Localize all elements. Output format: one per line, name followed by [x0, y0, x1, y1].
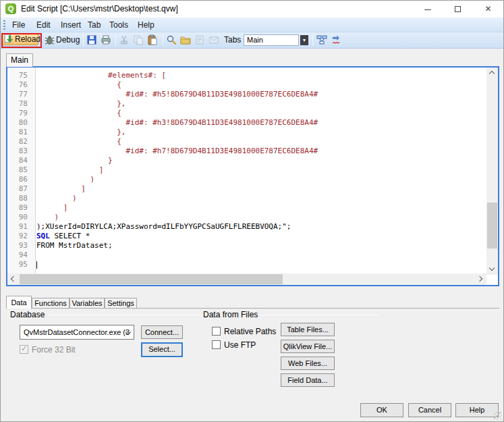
tab-settings[interactable]: Settings [105, 298, 137, 309]
chevron-up-icon [489, 71, 495, 76]
paste-clipboard-icon [147, 34, 158, 45]
paste-button[interactable] [147, 34, 159, 46]
horizontal-scroll-thumb[interactable] [20, 274, 283, 284]
maximize-button[interactable] [443, 1, 473, 18]
tab-selector-value: Main [247, 36, 263, 44]
insert-script-file-button[interactable] [194, 34, 206, 46]
web-files-button[interactable]: Web Files... [281, 357, 335, 370]
copy-icon [133, 34, 144, 45]
code-line: 91);XUserId=DIRYLCA;XPassword=dILFbYYGPC… [7, 222, 498, 232]
print-button[interactable] [101, 34, 112, 46]
code-lines: 75 #elements#: [76 {77 #id#: #h5!8D679D4… [7, 71, 498, 269]
tab-selector-combobox[interactable]: Main [244, 34, 299, 46]
code-line: 78 }, [7, 99, 498, 109]
scroll-left-button[interactable] [7, 273, 19, 285]
close-icon: ✕ [484, 4, 491, 14]
open-script-button[interactable] [180, 34, 192, 46]
force-32-bit-checkbox[interactable] [20, 345, 28, 354]
find-button[interactable] [166, 34, 177, 46]
export-script-button[interactable] [208, 34, 220, 46]
minimize-icon [424, 9, 431, 10]
search-icon [166, 34, 177, 45]
database-group-label: Database [9, 310, 46, 319]
menu-file[interactable]: File [6, 18, 31, 32]
connector-combobox[interactable]: QvMstrDatasetConnector.exe (3 [20, 325, 134, 340]
tab-data[interactable]: Data [6, 296, 32, 309]
code-line: 94 [7, 250, 498, 260]
connect-button[interactable]: Connect... [141, 325, 183, 339]
horizontal-scrollbar[interactable] [7, 273, 486, 285]
code-line: 80 #id#: #h3!8D679D4B11D3E4981000E787EC6… [7, 118, 498, 128]
script-tab-main[interactable]: Main [6, 53, 33, 67]
code-line: 82 { [7, 137, 498, 147]
code-line: 89 ] [7, 203, 498, 213]
scroll-up-button[interactable] [486, 68, 498, 79]
data-from-files-group-line [258, 315, 379, 315]
script-editor[interactable]: 75 #elements#: [76 {77 #id#: #h5!8D679D4… [6, 66, 499, 286]
toolbar: Reload Debug [1, 32, 503, 49]
resize-grip[interactable] [494, 412, 502, 420]
select-button[interactable]: Select... [141, 342, 183, 357]
tabstrip-baseline [6, 308, 499, 309]
chevron-right-icon [477, 276, 482, 282]
chevron-down-icon [489, 265, 495, 271]
toolbar-separator [83, 34, 84, 46]
data-from-files-group-label: Data from Files [202, 310, 259, 319]
tab-functions[interactable]: Functions [32, 298, 69, 309]
use-ftp-label: Use FTP [224, 340, 256, 350]
toolbar-separator [312, 34, 313, 46]
ok-button[interactable]: OK [360, 403, 403, 417]
code-line: 77 #id#: #h5!8D679D4B11D3E4981000E787EC6… [7, 90, 498, 99]
edit-script-window: Q Edit Script [C:\Users\mstr\Desktop\tes… [0, 0, 504, 422]
menu-edit[interactable]: Edit [30, 18, 57, 32]
reload-highlight-annotation [1, 33, 42, 48]
cancel-button[interactable]: Cancel [408, 403, 451, 417]
menu-tools[interactable]: Tools [103, 18, 134, 32]
relative-paths-checkbox[interactable] [212, 327, 221, 336]
tab-variables[interactable]: Variables [69, 298, 105, 309]
menubar-grip[interactable] [3, 20, 5, 30]
syntax-check-button[interactable] [331, 34, 342, 46]
printer-icon [101, 34, 111, 45]
code-line: 85 ] [7, 165, 498, 175]
save-button[interactable] [86, 34, 98, 46]
scroll-down-button[interactable] [486, 263, 498, 275]
code-line: 79 { [7, 109, 498, 118]
code-line: 81 }, [7, 128, 498, 137]
cut-scissors-icon [119, 34, 130, 45]
close-button[interactable]: ✕ [473, 1, 503, 18]
table-viewer-icon [316, 34, 327, 45]
use-ftp-checkbox[interactable] [212, 340, 221, 349]
tab-selector-dropdown-button[interactable]: ▼ [300, 35, 308, 45]
field-data-button[interactable]: Field Data... [281, 373, 335, 387]
table-files-button[interactable]: Table Files... [281, 323, 335, 336]
code-line: 76 { [7, 80, 498, 90]
table-viewer-button[interactable] [316, 34, 328, 46]
code-line: 95 [7, 260, 498, 269]
save-floppy-icon [86, 34, 97, 45]
menu-help[interactable]: Help [132, 18, 161, 32]
syntax-check-icon [331, 34, 341, 45]
code-line: 93FROM MstrDataset; [7, 241, 498, 250]
code-line: 75 #elements#: [ [7, 71, 498, 80]
vertical-scroll-thumb[interactable] [487, 203, 497, 248]
code-line: 92SQL SELECT * [7, 232, 498, 241]
code-line: 84 } [7, 156, 498, 165]
cut-button[interactable] [119, 34, 130, 46]
scroll-right-button[interactable] [475, 273, 486, 285]
menubar: File Edit Insert Tab Tools Help [1, 18, 503, 32]
qlikview-file-button[interactable]: QlikView File... [281, 340, 335, 353]
vertical-scrollbar[interactable] [486, 68, 498, 275]
minimize-button[interactable] [412, 1, 443, 18]
relative-paths-label: Relative Paths [224, 327, 276, 336]
window-title: Edit Script [C:\Users\mstr\Desktop\test.… [21, 4, 178, 14]
tabs-label: Tabs [224, 34, 241, 47]
debug-bug-icon [44, 34, 55, 46]
export-icon [208, 34, 219, 45]
insert-file-icon [194, 34, 205, 45]
copy-button[interactable] [133, 34, 144, 46]
debug-button[interactable]: Debug [44, 34, 80, 47]
help-button[interactable]: Help [455, 403, 499, 417]
force-32-bit-label: Force 32 Bit [32, 345, 76, 354]
qlikview-logo-icon: Q [5, 3, 16, 14]
